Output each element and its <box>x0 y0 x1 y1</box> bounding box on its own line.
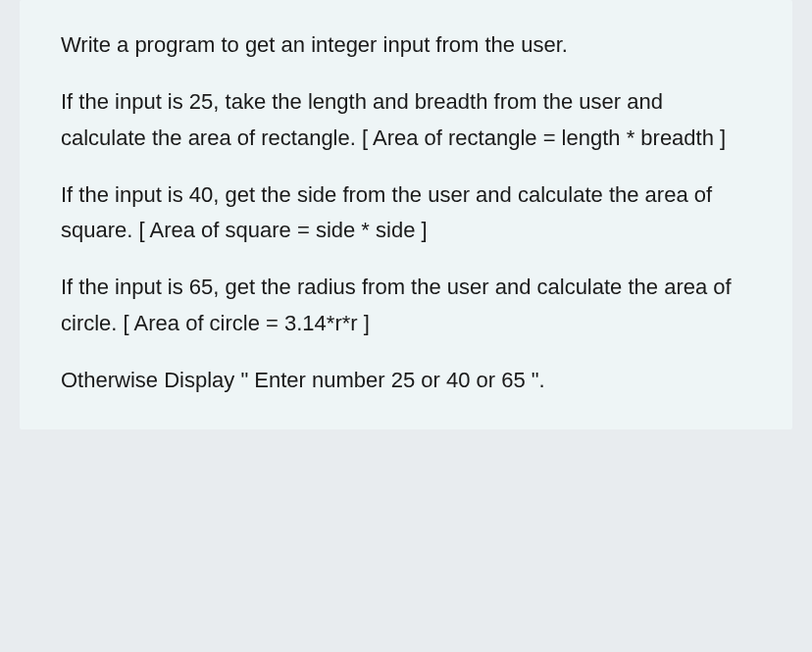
paragraph-intro: Write a program to get an integer input … <box>61 27 751 63</box>
paragraph-square: If the input is 40, get the side from th… <box>61 177 751 249</box>
paragraph-circle: If the input is 65, get the radius from … <box>61 270 751 341</box>
question-card: Write a program to get an integer input … <box>20 0 792 429</box>
paragraph-otherwise: Otherwise Display " Enter number 25 or 4… <box>61 363 751 398</box>
paragraph-rectangle: If the input is 25, take the length and … <box>61 84 751 156</box>
